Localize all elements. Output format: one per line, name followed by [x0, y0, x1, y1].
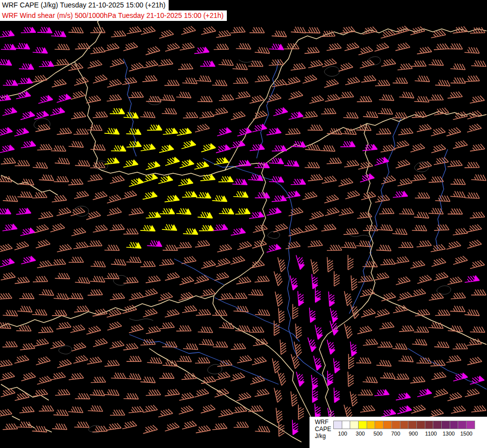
legend-tick: 700: [391, 431, 400, 437]
legend-tick: 900: [409, 431, 418, 437]
legend-color-scale: [334, 421, 475, 429]
legend-swatch: [466, 421, 475, 429]
legend-model-label: WRF: [315, 419, 331, 426]
legend-units-label: J/kg: [315, 433, 331, 440]
legend-swatch: [408, 421, 417, 429]
title-box: WRF CAPE (J/kg) Tuesday 21-10-2025 15:00…: [0, 0, 227, 21]
legend-swatch: [383, 421, 392, 429]
legend-swatch: [433, 421, 442, 429]
legend-swatch: [458, 421, 467, 429]
legend-tick: 1300: [443, 431, 455, 437]
legend-swatch: [416, 421, 425, 429]
legend-swatch: [342, 421, 351, 429]
title-wind-shear: WRF Wind shear (m/s) 500/1000hPa Tuesday…: [0, 10, 227, 21]
legend-tick: 1100: [425, 431, 437, 437]
cape-legend: WRF CAPE J/kg 10030050070090011001300150…: [309, 417, 487, 448]
legend-swatch: [350, 421, 359, 429]
weather-map-stage: WRF CAPE (J/kg) Tuesday 21-10-2025 15:00…: [0, 0, 487, 448]
legend-swatch: [441, 421, 450, 429]
legend-tick: 500: [374, 431, 383, 437]
legend-swatch: [391, 421, 400, 429]
title-cape: WRF CAPE (J/kg) Tuesday 21-10-2025 15:00…: [0, 0, 169, 10]
legend-tick-labels: 100300500700900110013001500: [334, 431, 484, 438]
legend-tick: 100: [338, 431, 347, 437]
legend-swatch: [333, 421, 342, 429]
legend-swatch: [425, 421, 434, 429]
legend-swatch: [400, 421, 409, 429]
legend-label-block: WRF CAPE J/kg: [315, 419, 331, 440]
weather-map: [0, 0, 487, 448]
legend-tick: 1500: [460, 431, 472, 437]
legend-swatch: [375, 421, 384, 429]
legend-variable-label: CAPE: [315, 426, 331, 433]
legend-swatch: [450, 421, 459, 429]
legend-swatch: [358, 421, 367, 429]
legend-swatch: [367, 421, 376, 429]
legend-tick: 300: [356, 431, 365, 437]
